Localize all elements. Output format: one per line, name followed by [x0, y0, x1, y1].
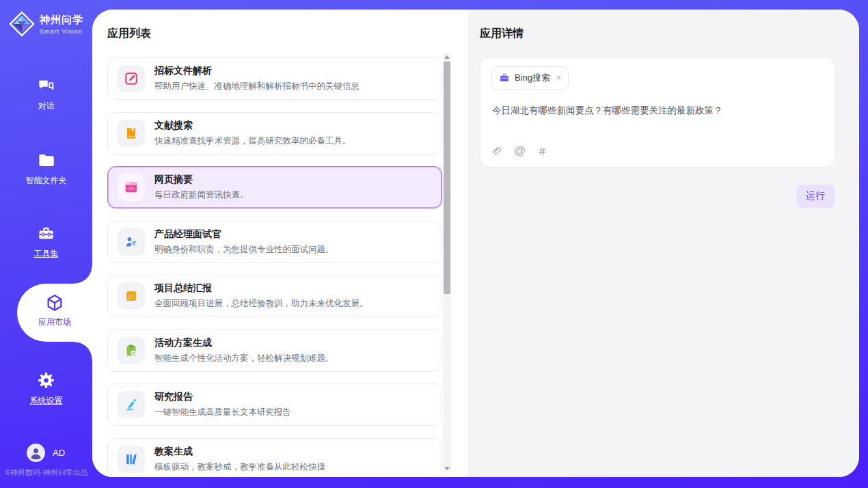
- sidebar-item-app-market-active[interactable]: 应用市场: [17, 284, 92, 342]
- attachment-icon[interactable]: [492, 146, 502, 157]
- notepad-icon: [124, 288, 139, 303]
- app-desc: 智能生成个性化活动方案，轻松解决规划难题。: [154, 353, 334, 364]
- interviewer-icon: [124, 234, 139, 249]
- app-card-pm-interviewer[interactable]: 产品经理面试官 明确身份和职责，为您提供专业性的面试问题。: [107, 221, 442, 263]
- user-account[interactable]: AD: [27, 444, 65, 462]
- app-icon-tile: [118, 391, 145, 418]
- hashtag-icon[interactable]: [537, 146, 547, 157]
- app-desc: 明确身份和职责，为您提供专业性的面试问题。: [154, 244, 334, 256]
- app-title: 活动方案生成: [154, 337, 334, 349]
- app-card-literature-search[interactable]: 文献搜索 快速精准查找学术资源，提高研究效率的必备工具。: [107, 112, 442, 154]
- folder-icon: [37, 151, 55, 170]
- app-desc: 全面回顾项目进展，总结经验教训，助力未来优化发展。: [154, 298, 368, 310]
- prompt-toolbar: @: [492, 144, 547, 158]
- scrollbar-up-arrow[interactable]: [443, 53, 451, 60]
- brand-name: 神州问学: [40, 14, 83, 27]
- app-card-web-summary-selected[interactable]: </> 网页摘要 每日政府新闻资讯快查。: [107, 166, 442, 208]
- sidebar: 神州问学 Smart Vision 对话 智能文件夹 工具集 应: [0, 0, 92, 488]
- app-list-title: 应用列表: [107, 27, 151, 41]
- brand-subtitle: Smart Vision: [40, 28, 83, 35]
- blob-bottom-fillet: [74, 342, 92, 360]
- sidebar-item-chat[interactable]: 对话: [0, 77, 92, 112]
- app-title: 文献搜索: [154, 120, 351, 132]
- app-title: 产品经理面试官: [154, 228, 334, 241]
- app-icon-tile: [118, 446, 145, 473]
- sidebar-item-label: 系统设置: [30, 396, 63, 405]
- gear-icon: [37, 371, 55, 390]
- avatar: [27, 444, 45, 462]
- cube-icon: [45, 293, 64, 312]
- app-icon-tile: [118, 65, 145, 92]
- scrollbar[interactable]: [443, 53, 451, 472]
- ink-pen-icon: [124, 397, 139, 412]
- sidebar-item-label: 应用市场: [38, 317, 71, 327]
- app-desc: 模板驱动，教案秒成，教学准备从此轻松快捷: [154, 461, 325, 473]
- blob-top-fillet: [74, 266, 92, 284]
- app-card-lesson-plan[interactable]: 教案生成 模板驱动，教案秒成，教学准备从此轻松快捷: [107, 438, 442, 478]
- copyright-text: ©神州数码·神州问学出品: [5, 467, 88, 478]
- mention-icon[interactable]: @: [514, 144, 526, 158]
- content-shell: 应用列表 招标文件解析 帮助用户快速、准确地理解和解析招标书中的关键信息: [92, 10, 859, 477]
- sidebar-item-label: 工具集: [34, 249, 59, 258]
- app-cards: 招标文件解析 帮助用户快速、准确地理解和解析招标书中的关键信息 文献搜索 快速精…: [107, 57, 442, 477]
- sidebar-item-label: 对话: [38, 101, 55, 111]
- app-detail-title: 应用详情: [480, 27, 524, 41]
- app-icon-tile: [118, 337, 145, 364]
- book-icon: [124, 126, 139, 141]
- browser-code-icon: </>: [124, 180, 139, 195]
- app-card-bid-parse[interactable]: 招标文件解析 帮助用户快速、准确地理解和解析招标书中的关键信息: [107, 57, 442, 100]
- briefcase-icon: [499, 72, 510, 83]
- sidebar-item-settings[interactable]: 系统设置: [0, 371, 92, 407]
- user-initials: AD: [53, 448, 65, 458]
- chat-icon: [37, 77, 55, 95]
- app-title: 网页摘要: [154, 174, 249, 186]
- app-icon-tile: [118, 120, 145, 147]
- tool-tag-bing-search[interactable]: Bing搜索 ×: [491, 66, 569, 90]
- app-icon-tile: [118, 282, 145, 310]
- app-title: 教案生成: [154, 446, 325, 458]
- app-detail-panel: 应用详情 Bing搜索 × 今日湖北有哪些新闻要点？有哪些需要关注的最新政策？: [468, 10, 859, 477]
- toolbox-icon: [37, 224, 55, 243]
- sidebar-item-smart-folder[interactable]: 智能文件夹: [0, 151, 92, 187]
- pen-square-icon: [124, 71, 139, 86]
- app-desc: 每日政府新闻资讯快查。: [154, 189, 249, 201]
- books-icon: [124, 452, 139, 467]
- sidebar-item-toolset[interactable]: 工具集: [0, 224, 92, 260]
- app-card-research-report[interactable]: 研究报告 一键智能生成高质量长文本研究报告: [107, 383, 442, 426]
- run-button[interactable]: 运行: [796, 185, 835, 208]
- tool-tag-label: Bing搜索: [515, 72, 550, 84]
- brand-diamond-icon: [9, 11, 35, 37]
- app-card-event-plan[interactable]: 活动方案生成 智能生成个性化活动方案，轻松解决规划难题。: [107, 329, 442, 372]
- scrollbar-down-arrow[interactable]: [443, 465, 451, 472]
- app-title: 招标文件解析: [154, 65, 360, 77]
- app-desc: 一键智能生成高质量长文本研究报告: [154, 407, 291, 418]
- sidebar-item-label: 智能文件夹: [26, 176, 67, 185]
- prompt-input[interactable]: 今日湖北有哪些新闻要点？有哪些需要关注的最新政策？: [492, 104, 824, 118]
- app-card-project-summary[interactable]: 项目总结汇报 全面回顾项目进展，总结经验教训，助力未来优化发展。: [107, 275, 442, 317]
- brand-logo: 神州问学 Smart Vision: [9, 11, 83, 37]
- app-title: 项目总结汇报: [154, 282, 368, 295]
- app-icon-tile: </>: [118, 174, 145, 201]
- app-desc: 帮助用户快速、准确地理解和解析招标书中的关键信息: [154, 81, 360, 92]
- scrollbar-thumb[interactable]: [444, 62, 450, 294]
- app-desc: 快速精准查找学术资源，提高研究效率的必备工具。: [154, 135, 351, 147]
- svg-text:</>: </>: [127, 186, 135, 191]
- tag-close-icon[interactable]: ×: [556, 73, 561, 83]
- clipboard-check-icon: [124, 343, 139, 358]
- app-title: 研究报告: [154, 391, 291, 403]
- app-list-panel: 应用列表 招标文件解析 帮助用户快速、准确地理解和解析招标书中的关键信息: [92, 10, 468, 477]
- prompt-card: Bing搜索 × 今日湖北有哪些新闻要点？有哪些需要关注的最新政策？ @: [480, 57, 835, 167]
- app-icon-tile: [118, 228, 145, 256]
